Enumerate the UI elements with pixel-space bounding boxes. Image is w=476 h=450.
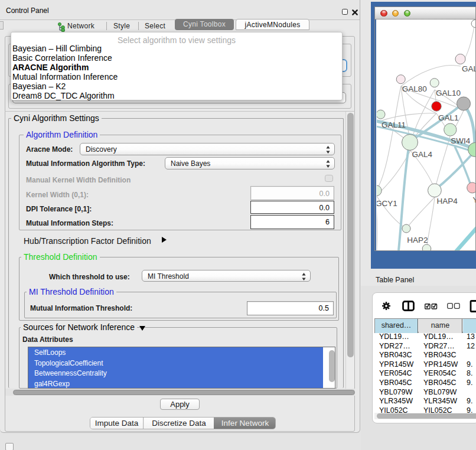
svg-text:GAL: GAL xyxy=(462,64,475,73)
svg-text:SWI4: SWI4 xyxy=(451,136,470,145)
svg-text:GAL10: GAL10 xyxy=(436,89,461,97)
svg-text:HAP2: HAP2 xyxy=(407,236,428,244)
svg-text:GAL80: GAL80 xyxy=(402,84,427,93)
svg-text:GAL11: GAL11 xyxy=(382,120,406,129)
svg-text:GAL1: GAL1 xyxy=(438,113,459,122)
svg-text:GAL4: GAL4 xyxy=(412,150,432,159)
svg-text:Y: Y xyxy=(473,195,475,204)
svg-text:GCY1: GCY1 xyxy=(377,199,397,208)
svg-text:HAP4: HAP4 xyxy=(437,197,458,206)
